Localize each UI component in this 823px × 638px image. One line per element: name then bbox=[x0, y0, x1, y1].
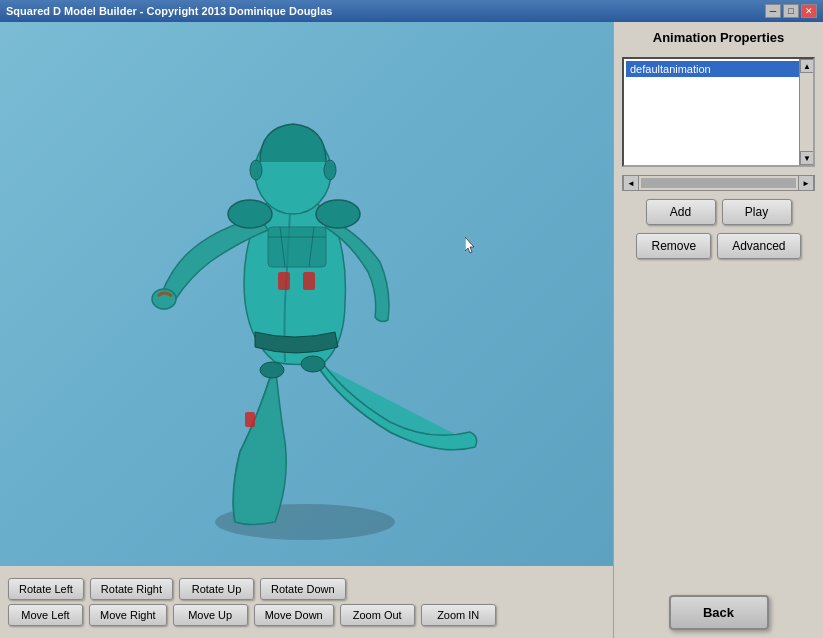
remove-button[interactable]: Remove bbox=[636, 233, 711, 259]
rotate-row: Rotate Left Rotate Right Rotate Up Rotat… bbox=[8, 578, 605, 600]
svg-point-8 bbox=[228, 200, 272, 228]
bottom-controls: Rotate Left Rotate Right Rotate Up Rotat… bbox=[0, 566, 613, 638]
rotate-left-button[interactable]: Rotate Left bbox=[8, 578, 84, 600]
remove-advanced-row: Remove Advanced bbox=[622, 233, 815, 259]
back-button[interactable]: Back bbox=[669, 595, 769, 630]
svg-rect-2 bbox=[278, 272, 290, 290]
back-btn-container: Back bbox=[622, 587, 815, 630]
animation-list-container: defaultanimation ▲ ▼ bbox=[622, 57, 815, 167]
svg-point-11 bbox=[301, 356, 325, 372]
scroll-down-arrow[interactable]: ▼ bbox=[800, 151, 814, 165]
scroll-up-arrow[interactable]: ▲ bbox=[800, 59, 814, 73]
move-up-button[interactable]: Move Up bbox=[173, 604, 248, 626]
animation-list[interactable]: defaultanimation bbox=[624, 59, 813, 165]
svg-rect-12 bbox=[245, 412, 255, 427]
hscroll-left-arrow[interactable]: ◄ bbox=[623, 175, 639, 191]
title-bar: Squared D Model Builder - Copyright 2013… bbox=[0, 0, 823, 22]
right-panel: Animation Properties defaultanimation ▲ … bbox=[613, 22, 823, 638]
animation-list-item[interactable]: defaultanimation bbox=[626, 61, 799, 77]
zoom-in-button[interactable]: Zoom IN bbox=[421, 604, 496, 626]
add-play-row: Add Play bbox=[622, 199, 815, 225]
viewport: Rotate Left Rotate Right Rotate Up Rotat… bbox=[0, 22, 613, 638]
move-left-button[interactable]: Move Left bbox=[8, 604, 83, 626]
rotate-down-button[interactable]: Rotate Down bbox=[260, 578, 346, 600]
main-layout: Rotate Left Rotate Right Rotate Up Rotat… bbox=[0, 22, 823, 638]
list-scrollbar: ▲ ▼ bbox=[799, 59, 813, 165]
svg-point-7 bbox=[324, 160, 336, 180]
rotate-up-button[interactable]: Rotate Up bbox=[179, 578, 254, 600]
play-button[interactable]: Play bbox=[722, 199, 792, 225]
3d-figure bbox=[120, 52, 500, 572]
window-title: Squared D Model Builder - Copyright 2013… bbox=[6, 5, 332, 17]
hscroll-right-arrow[interactable]: ► bbox=[798, 175, 814, 191]
add-button[interactable]: Add bbox=[646, 199, 716, 225]
svg-rect-3 bbox=[303, 272, 315, 290]
close-button[interactable]: ✕ bbox=[801, 4, 817, 18]
panel-title: Animation Properties bbox=[622, 30, 815, 45]
list-horizontal-scrollbar[interactable]: ◄ ► bbox=[622, 175, 815, 191]
move-row: Move Left Move Right Move Up Move Down Z… bbox=[8, 604, 605, 626]
hscroll-track[interactable] bbox=[641, 178, 796, 188]
svg-rect-1 bbox=[268, 227, 326, 267]
move-down-button[interactable]: Move Down bbox=[254, 604, 334, 626]
window-controls: ─ □ ✕ bbox=[765, 4, 817, 18]
advanced-button[interactable]: Advanced bbox=[717, 233, 800, 259]
move-right-button[interactable]: Move Right bbox=[89, 604, 167, 626]
svg-point-9 bbox=[316, 200, 360, 228]
svg-point-10 bbox=[260, 362, 284, 378]
maximize-button[interactable]: □ bbox=[783, 4, 799, 18]
zoom-out-button[interactable]: Zoom Out bbox=[340, 604, 415, 626]
minimize-button[interactable]: ─ bbox=[765, 4, 781, 18]
svg-point-6 bbox=[250, 160, 262, 180]
rotate-right-button[interactable]: Rotate Right bbox=[90, 578, 173, 600]
